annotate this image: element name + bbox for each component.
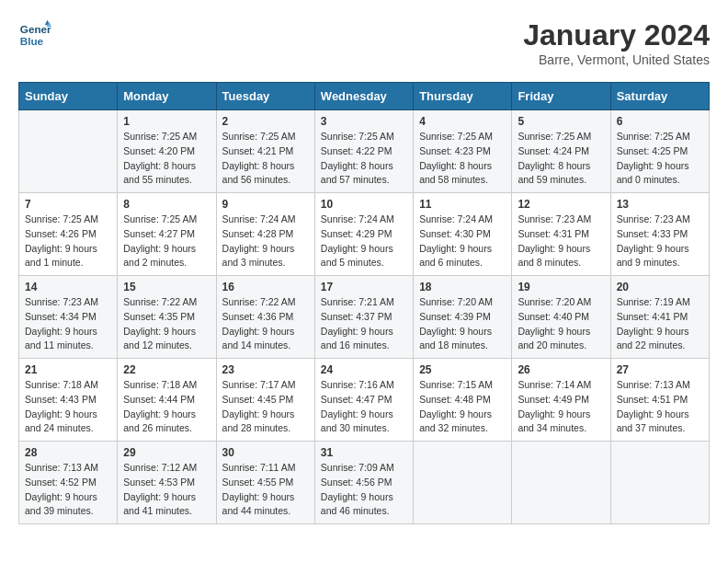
logo-icon: General Blue <box>18 18 51 52</box>
header-wednesday: Wednesday <box>314 83 413 110</box>
cell-info: Sunset: 4:49 PM <box>518 393 604 408</box>
calendar-cell: 3Sunrise: 7:25 AMSunset: 4:22 PMDaylight… <box>314 110 413 193</box>
day-number: 17 <box>321 281 407 293</box>
cell-info: and 44 minutes. <box>222 504 309 519</box>
cell-info: Daylight: 9 hours <box>222 242 309 257</box>
cell-info: Daylight: 9 hours <box>617 408 703 422</box>
calendar-cell: 13Sunrise: 7:23 AMSunset: 4:33 PMDayligh… <box>610 193 709 276</box>
cell-info: Daylight: 9 hours <box>419 242 506 257</box>
day-number: 18 <box>419 281 506 293</box>
cell-info: Sunrise: 7:14 AM <box>518 378 604 393</box>
month-title: January 2024 <box>523 18 710 52</box>
calendar-cell: 26Sunrise: 7:14 AMSunset: 4:49 PMDayligh… <box>512 359 610 442</box>
calendar-cell <box>414 442 512 524</box>
calendar-cell: 10Sunrise: 7:24 AMSunset: 4:29 PMDayligh… <box>314 193 413 276</box>
calendar-cell: 21Sunrise: 7:18 AMSunset: 4:43 PMDayligh… <box>19 359 118 442</box>
cell-info: and 57 minutes. <box>321 173 407 188</box>
cell-info: Sunset: 4:55 PM <box>222 476 309 490</box>
logo: General Blue <box>18 18 51 52</box>
calendar-cell: 20Sunrise: 7:19 AMSunset: 4:41 PMDayligh… <box>610 276 709 359</box>
day-number: 16 <box>222 281 309 293</box>
cell-info: and 39 minutes. <box>25 504 111 519</box>
cell-info: and 28 minutes. <box>222 421 309 436</box>
calendar-header-row: SundayMondayTuesdayWednesdayThursdayFrid… <box>19 83 710 110</box>
cell-info: Daylight: 9 hours <box>321 408 407 422</box>
cell-info: Sunrise: 7:25 AM <box>123 213 210 227</box>
calendar-cell: 11Sunrise: 7:24 AMSunset: 4:30 PMDayligh… <box>414 193 512 276</box>
cell-info: Sunrise: 7:24 AM <box>321 213 407 227</box>
cell-info: and 18 minutes. <box>419 339 506 353</box>
cell-info: Sunrise: 7:20 AM <box>419 295 506 310</box>
cell-info: Sunset: 4:52 PM <box>25 476 111 490</box>
cell-info: Daylight: 8 hours <box>222 159 309 174</box>
cell-info: Daylight: 9 hours <box>123 490 210 505</box>
cell-info: Sunset: 4:51 PM <box>617 393 703 408</box>
cell-info: and 46 minutes. <box>321 504 407 519</box>
day-number: 14 <box>25 281 111 293</box>
header-saturday: Saturday <box>610 83 709 110</box>
cell-info: Sunset: 4:39 PM <box>419 310 506 325</box>
calendar-cell <box>512 442 610 524</box>
cell-info: Sunset: 4:37 PM <box>321 310 407 325</box>
header-tuesday: Tuesday <box>216 83 314 110</box>
cell-info: Sunset: 4:48 PM <box>419 393 506 408</box>
cell-info: Sunset: 4:26 PM <box>25 227 111 242</box>
cell-info: Daylight: 8 hours <box>123 159 210 174</box>
day-number: 28 <box>25 446 111 459</box>
cell-info: Sunrise: 7:24 AM <box>222 213 309 227</box>
cell-info: Sunset: 4:45 PM <box>222 393 309 408</box>
cell-info: and 3 minutes. <box>222 256 309 270</box>
cell-info: Sunrise: 7:13 AM <box>25 461 111 476</box>
day-number: 3 <box>321 115 407 128</box>
cell-info: Sunset: 4:53 PM <box>123 476 210 490</box>
day-number: 7 <box>25 198 111 211</box>
cell-info: Sunset: 4:20 PM <box>123 144 210 159</box>
calendar-cell <box>610 442 709 524</box>
cell-info: Sunrise: 7:25 AM <box>222 130 309 144</box>
cell-info: Sunset: 4:21 PM <box>222 144 309 159</box>
cell-info: Daylight: 9 hours <box>25 408 111 422</box>
cell-info: Daylight: 9 hours <box>518 242 604 257</box>
cell-info: Sunset: 4:23 PM <box>419 144 506 159</box>
calendar-cell: 31Sunrise: 7:09 AMSunset: 4:56 PMDayligh… <box>314 442 413 524</box>
day-number: 10 <box>321 198 407 211</box>
cell-info: and 55 minutes. <box>123 173 210 188</box>
cell-info: and 41 minutes. <box>123 504 210 519</box>
calendar-cell: 19Sunrise: 7:20 AMSunset: 4:40 PMDayligh… <box>512 276 610 359</box>
cell-info: Sunrise: 7:23 AM <box>518 213 604 227</box>
calendar-week-row: 14Sunrise: 7:23 AMSunset: 4:34 PMDayligh… <box>19 276 710 359</box>
calendar-cell: 27Sunrise: 7:13 AMSunset: 4:51 PMDayligh… <box>610 359 709 442</box>
calendar-cell: 9Sunrise: 7:24 AMSunset: 4:28 PMDaylight… <box>216 193 314 276</box>
cell-info: Sunrise: 7:25 AM <box>617 130 703 144</box>
cell-info: Daylight: 8 hours <box>321 159 407 174</box>
cell-info: and 37 minutes. <box>617 421 703 436</box>
cell-info: and 9 minutes. <box>617 256 703 270</box>
cell-info: Daylight: 8 hours <box>419 159 506 174</box>
cell-info: and 24 minutes. <box>25 421 111 436</box>
cell-info: and 34 minutes. <box>518 421 604 436</box>
cell-info: Sunset: 4:43 PM <box>25 393 111 408</box>
cell-info: Sunset: 4:25 PM <box>617 144 703 159</box>
calendar-cell: 25Sunrise: 7:15 AMSunset: 4:48 PMDayligh… <box>414 359 512 442</box>
cell-info: Sunset: 4:40 PM <box>518 310 604 325</box>
cell-info: Sunset: 4:30 PM <box>419 227 506 242</box>
cell-info: Daylight: 8 hours <box>518 159 604 174</box>
header-sunday: Sunday <box>19 83 118 110</box>
day-number: 23 <box>222 363 309 376</box>
cell-info: Sunset: 4:24 PM <box>518 144 604 159</box>
header-monday: Monday <box>118 83 216 110</box>
cell-info: Sunset: 4:31 PM <box>518 227 604 242</box>
day-number: 20 <box>617 281 703 293</box>
cell-info: Sunrise: 7:23 AM <box>25 295 111 310</box>
cell-info: Daylight: 9 hours <box>123 242 210 257</box>
calendar-table: SundayMondayTuesdayWednesdayThursdayFrid… <box>18 82 710 524</box>
calendar-cell: 17Sunrise: 7:21 AMSunset: 4:37 PMDayligh… <box>314 276 413 359</box>
cell-info: Daylight: 9 hours <box>222 325 309 339</box>
cell-info: Sunset: 4:36 PM <box>222 310 309 325</box>
cell-info: Daylight: 9 hours <box>617 159 703 174</box>
calendar-week-row: 7Sunrise: 7:25 AMSunset: 4:26 PMDaylight… <box>19 193 710 276</box>
calendar-cell: 7Sunrise: 7:25 AMSunset: 4:26 PMDaylight… <box>19 193 118 276</box>
location: Barre, Vermont, United States <box>523 52 710 67</box>
cell-info: and 59 minutes. <box>518 173 604 188</box>
cell-info: Sunset: 4:56 PM <box>321 476 407 490</box>
